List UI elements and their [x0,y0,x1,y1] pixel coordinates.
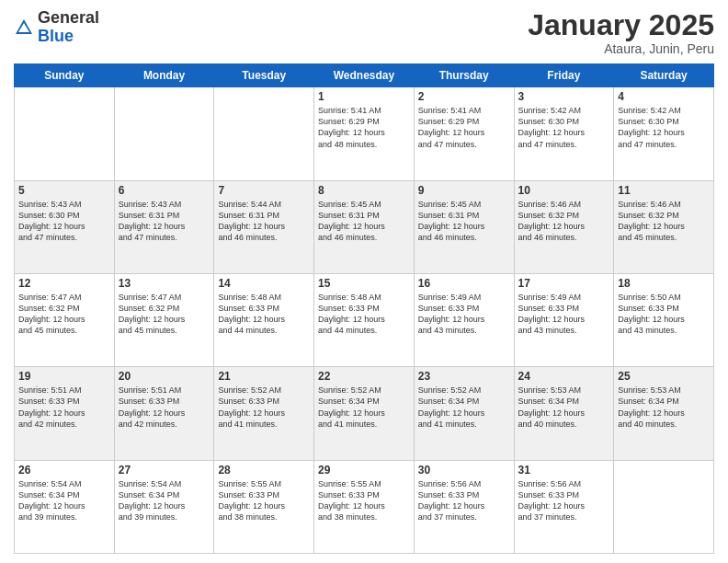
calendar-cell: 6Sunrise: 5:43 AMSunset: 6:31 PMDaylight… [114,180,214,273]
calendar-cell: 5Sunrise: 5:43 AMSunset: 6:30 PMDaylight… [15,180,115,273]
calendar-cell: 25Sunrise: 5:53 AMSunset: 6:34 PMDayligh… [614,367,714,460]
day-info: Sunrise: 5:50 AMSunset: 6:33 PMDaylight:… [618,292,710,337]
day-info: Sunrise: 5:41 AMSunset: 6:29 PMDaylight:… [418,105,510,150]
day-header-wednesday: Wednesday [314,64,415,87]
calendar-cell: 4Sunrise: 5:42 AMSunset: 6:30 PMDaylight… [614,87,714,180]
calendar-cell [114,87,214,180]
calendar-cell: 24Sunrise: 5:53 AMSunset: 6:34 PMDayligh… [514,367,614,460]
day-info: Sunrise: 5:56 AMSunset: 6:33 PMDaylight:… [418,478,510,523]
day-info: Sunrise: 5:42 AMSunset: 6:30 PMDaylight:… [518,105,610,150]
day-number: 4 [618,90,710,103]
day-info: Sunrise: 5:43 AMSunset: 6:30 PMDaylight:… [18,199,110,244]
calendar-cell: 18Sunrise: 5:50 AMSunset: 6:33 PMDayligh… [614,273,714,366]
day-header-monday: Monday [114,64,214,87]
day-header-thursday: Thursday [414,64,514,87]
day-number: 10 [518,184,610,197]
calendar-table: SundayMondayTuesdayWednesdayThursdayFrid… [14,63,714,554]
day-info: Sunrise: 5:49 AMSunset: 6:33 PMDaylight:… [418,292,510,337]
calendar-cell: 17Sunrise: 5:49 AMSunset: 6:33 PMDayligh… [514,273,614,366]
calendar-cell: 8Sunrise: 5:45 AMSunset: 6:31 PMDaylight… [314,180,415,273]
day-header-tuesday: Tuesday [214,64,314,87]
calendar-cell: 14Sunrise: 5:48 AMSunset: 6:33 PMDayligh… [214,273,314,366]
day-info: Sunrise: 5:52 AMSunset: 6:33 PMDaylight:… [218,385,310,430]
day-header-friday: Friday [514,64,614,87]
calendar-cell: 31Sunrise: 5:56 AMSunset: 6:33 PMDayligh… [514,460,614,553]
calendar-cell [15,87,115,180]
calendar-cell: 20Sunrise: 5:51 AMSunset: 6:33 PMDayligh… [114,367,214,460]
day-number: 20 [119,370,210,383]
calendar-cell: 30Sunrise: 5:56 AMSunset: 6:33 PMDayligh… [414,460,514,553]
logo-general: General [38,8,99,27]
location-subtitle: Ataura, Junin, Peru [528,41,714,56]
day-info: Sunrise: 5:46 AMSunset: 6:32 PMDaylight:… [618,199,710,244]
day-number: 8 [318,184,410,197]
calendar-cell: 13Sunrise: 5:47 AMSunset: 6:32 PMDayligh… [114,273,214,366]
day-info: Sunrise: 5:47 AMSunset: 6:32 PMDaylight:… [18,292,110,337]
day-number: 1 [318,90,410,103]
day-number: 28 [218,464,310,477]
day-info: Sunrise: 5:55 AMSunset: 6:33 PMDaylight:… [218,478,310,523]
day-number: 13 [119,277,210,290]
title-block: January 2025 Ataura, Junin, Peru [528,9,714,56]
day-info: Sunrise: 5:41 AMSunset: 6:29 PMDaylight:… [318,105,410,150]
calendar-cell: 19Sunrise: 5:51 AMSunset: 6:33 PMDayligh… [15,367,115,460]
day-header-saturday: Saturday [614,64,714,87]
day-info: Sunrise: 5:47 AMSunset: 6:32 PMDaylight:… [119,292,210,337]
calendar-cell: 23Sunrise: 5:52 AMSunset: 6:34 PMDayligh… [414,367,514,460]
day-info: Sunrise: 5:51 AMSunset: 6:33 PMDaylight:… [18,385,110,430]
day-info: Sunrise: 5:45 AMSunset: 6:31 PMDaylight:… [318,199,410,244]
header: General Blue January 2025 Ataura, Junin,… [14,9,714,56]
day-info: Sunrise: 5:51 AMSunset: 6:33 PMDaylight:… [119,385,210,430]
calendar-cell: 10Sunrise: 5:46 AMSunset: 6:32 PMDayligh… [514,180,614,273]
logo-icon [14,17,34,38]
day-info: Sunrise: 5:54 AMSunset: 6:34 PMDaylight:… [18,478,110,523]
calendar-week-2: 5Sunrise: 5:43 AMSunset: 6:30 PMDaylight… [15,180,714,273]
logo-text: General Blue [38,9,99,46]
day-info: Sunrise: 5:52 AMSunset: 6:34 PMDaylight:… [318,385,410,430]
day-number: 16 [418,277,510,290]
calendar-cell: 12Sunrise: 5:47 AMSunset: 6:32 PMDayligh… [15,273,115,366]
day-info: Sunrise: 5:48 AMSunset: 6:33 PMDaylight:… [318,292,410,337]
calendar-cell: 7Sunrise: 5:44 AMSunset: 6:31 PMDaylight… [214,180,314,273]
day-info: Sunrise: 5:55 AMSunset: 6:33 PMDaylight:… [318,478,410,523]
day-info: Sunrise: 5:44 AMSunset: 6:31 PMDaylight:… [218,199,310,244]
day-number: 11 [618,184,710,197]
day-number: 12 [18,277,110,290]
day-number: 30 [418,464,510,477]
calendar-cell: 9Sunrise: 5:45 AMSunset: 6:31 PMDaylight… [414,180,514,273]
calendar-week-4: 19Sunrise: 5:51 AMSunset: 6:33 PMDayligh… [15,367,714,460]
calendar-header-row: SundayMondayTuesdayWednesdayThursdayFrid… [15,64,714,87]
day-number: 27 [119,464,210,477]
day-header-sunday: Sunday [15,64,115,87]
day-number: 24 [518,370,610,383]
day-number: 2 [418,90,510,103]
calendar-cell: 21Sunrise: 5:52 AMSunset: 6:33 PMDayligh… [214,367,314,460]
day-info: Sunrise: 5:56 AMSunset: 6:33 PMDaylight:… [518,478,610,523]
day-info: Sunrise: 5:53 AMSunset: 6:34 PMDaylight:… [618,385,710,430]
day-number: 21 [218,370,310,383]
day-number: 17 [518,277,610,290]
day-number: 9 [418,184,510,197]
day-info: Sunrise: 5:48 AMSunset: 6:33 PMDaylight:… [218,292,310,337]
day-number: 22 [318,370,410,383]
calendar-week-3: 12Sunrise: 5:47 AMSunset: 6:32 PMDayligh… [15,273,714,366]
calendar-cell [214,87,314,180]
day-number: 14 [218,277,310,290]
day-number: 7 [218,184,310,197]
calendar-cell: 27Sunrise: 5:54 AMSunset: 6:34 PMDayligh… [114,460,214,553]
calendar-cell: 1Sunrise: 5:41 AMSunset: 6:29 PMDaylight… [314,87,415,180]
day-number: 15 [318,277,410,290]
calendar-cell: 2Sunrise: 5:41 AMSunset: 6:29 PMDaylight… [414,87,514,180]
day-number: 5 [18,184,110,197]
calendar-cell: 11Sunrise: 5:46 AMSunset: 6:32 PMDayligh… [614,180,714,273]
calendar-cell: 3Sunrise: 5:42 AMSunset: 6:30 PMDaylight… [514,87,614,180]
day-number: 31 [518,464,610,477]
day-info: Sunrise: 5:43 AMSunset: 6:31 PMDaylight:… [119,199,210,244]
calendar-cell: 26Sunrise: 5:54 AMSunset: 6:34 PMDayligh… [15,460,115,553]
calendar-cell: 15Sunrise: 5:48 AMSunset: 6:33 PMDayligh… [314,273,415,366]
page: General Blue January 2025 Ataura, Junin,… [0,0,728,563]
calendar-week-1: 1Sunrise: 5:41 AMSunset: 6:29 PMDaylight… [15,87,714,180]
calendar-week-5: 26Sunrise: 5:54 AMSunset: 6:34 PMDayligh… [15,460,714,553]
day-number: 19 [18,370,110,383]
day-info: Sunrise: 5:53 AMSunset: 6:34 PMDaylight:… [518,385,610,430]
